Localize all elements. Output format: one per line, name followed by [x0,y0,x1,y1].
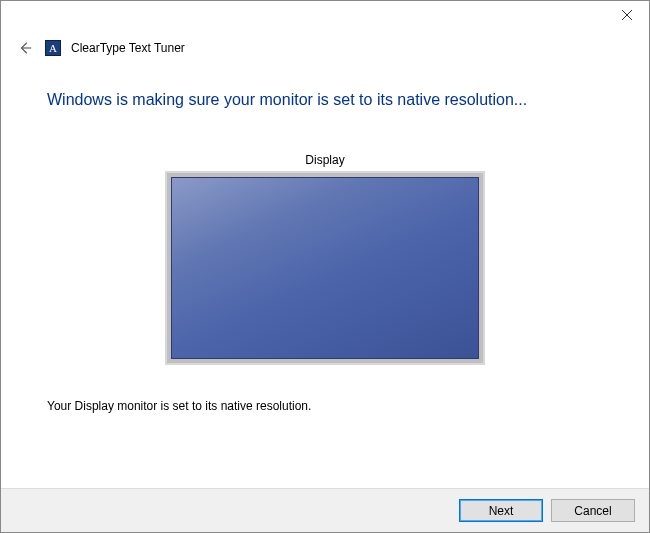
window-title: ClearType Text Tuner [71,41,185,55]
monitor-preview: Display [47,153,603,365]
status-text: Your Display monitor is set to its nativ… [47,399,603,413]
header-bar: A ClearType Text Tuner [15,35,635,61]
close-icon [622,10,632,20]
cancel-button[interactable]: Cancel [551,499,635,522]
page-heading: Windows is making sure your monitor is s… [47,91,603,109]
back-arrow-icon [18,41,32,55]
monitor-label: Display [47,153,603,167]
titlebar [1,1,649,29]
monitor-screen [171,177,479,359]
content-area: Windows is making sure your monitor is s… [47,79,603,478]
footer-bar: Next Cancel [1,488,649,532]
back-button[interactable] [15,38,35,58]
app-icon-glyph: A [49,43,57,54]
next-button[interactable]: Next [459,499,543,522]
close-button[interactable] [604,1,649,29]
app-icon: A [45,40,61,56]
monitor-frame [165,171,485,365]
